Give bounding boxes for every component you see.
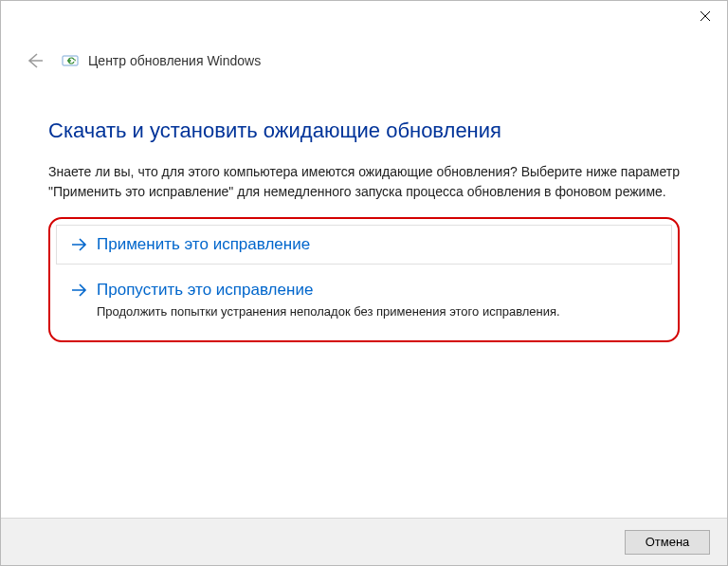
content: Скачать и установить ожидающие обновлени… — [1, 79, 727, 342]
header: Центр обновления Windows — [1, 35, 727, 79]
skip-fix-row: Пропустить это исправление — [70, 281, 658, 300]
fix-options-group: Применить это исправление Пропустить это… — [48, 217, 680, 342]
close-icon — [700, 10, 711, 22]
page-heading: Скачать и установить ожидающие обновлени… — [48, 119, 680, 143]
skip-fix-option[interactable]: Пропустить это исправление Продолжить по… — [56, 270, 672, 331]
apply-fix-label: Применить это исправление — [97, 235, 310, 254]
troubleshooter-window: Центр обновления Windows Скачать и устан… — [0, 0, 728, 566]
skip-fix-label: Пропустить это исправление — [97, 281, 313, 300]
apply-fix-row: Применить это исправление — [70, 235, 658, 254]
cancel-button[interactable]: Отмена — [625, 530, 710, 555]
page-description: Знаете ли вы, что для этого компьютера и… — [48, 162, 680, 202]
footer: Отмена — [1, 518, 727, 565]
windows-update-icon — [62, 53, 81, 68]
titlebar — [1, 1, 727, 35]
skip-fix-sublabel: Продолжить попытки устранения неполадок … — [97, 303, 658, 320]
arrow-right-icon — [70, 282, 87, 299]
back-button[interactable] — [24, 50, 45, 71]
apply-fix-option[interactable]: Применить это исправление — [56, 225, 672, 265]
arrow-right-icon — [70, 236, 87, 253]
close-button[interactable] — [683, 1, 727, 31]
app-title: Центр обновления Windows — [88, 53, 261, 68]
back-arrow-icon — [26, 52, 43, 69]
